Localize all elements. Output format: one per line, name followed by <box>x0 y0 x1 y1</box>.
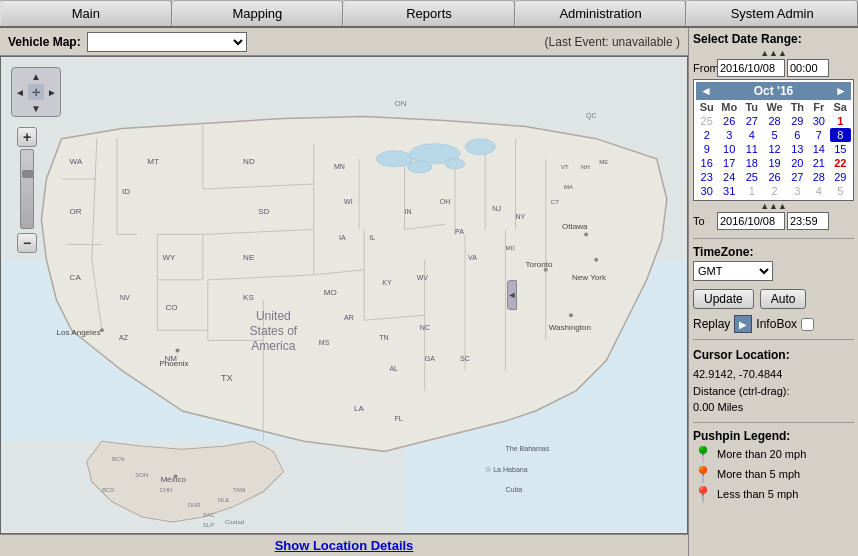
from-date-input[interactable] <box>717 59 785 77</box>
calendar-day[interactable]: 29 <box>830 170 851 184</box>
svg-text:LA: LA <box>354 404 364 413</box>
svg-text:New York: New York <box>572 273 607 282</box>
svg-text:SC: SC <box>460 355 470 362</box>
to-date-input[interactable] <box>717 212 785 230</box>
calendar-day[interactable]: 27 <box>741 114 762 128</box>
pan-n[interactable]: ▲ <box>28 68 44 84</box>
zoom-out-button[interactable]: − <box>17 233 37 253</box>
calendar-day[interactable]: 26 <box>762 170 786 184</box>
calendar-day[interactable]: 19 <box>762 156 786 170</box>
map-container[interactable]: WA OR CA ID MT ND SD WY NE MN WI IA IL I… <box>0 56 688 534</box>
calendar-day[interactable]: 29 <box>787 114 808 128</box>
pan-nw[interactable] <box>12 68 28 84</box>
calendar-day[interactable]: 6 <box>787 128 808 142</box>
calendar-day[interactable]: 30 <box>696 184 717 198</box>
calendar-day[interactable]: 5 <box>762 128 786 142</box>
svg-text:SD: SD <box>258 207 269 216</box>
calendar-day[interactable]: 12 <box>762 142 786 156</box>
calendar-day[interactable]: 21 <box>808 156 829 170</box>
calendar-day[interactable]: 3 <box>717 128 741 142</box>
tab-system-admin[interactable]: System Admin <box>686 0 858 26</box>
calendar-header: ◄ Oct '16 ► <box>696 82 851 100</box>
main-content: Vehicle Map: (Last Event: unavailable ) <box>0 28 858 556</box>
calendar-day[interactable]: 8 <box>830 128 851 142</box>
pan-s[interactable]: ▼ <box>28 100 44 116</box>
pan-ne[interactable] <box>44 68 60 84</box>
infobox-checkbox[interactable] <box>801 318 814 331</box>
calendar-day[interactable]: 22 <box>830 156 851 170</box>
replay-play-button[interactable]: ▶ <box>734 315 752 333</box>
tab-mapping[interactable]: Mapping <box>172 0 344 26</box>
tab-main[interactable]: Main <box>0 0 172 26</box>
calendar-day[interactable]: 16 <box>696 156 717 170</box>
calendar-day[interactable]: 15 <box>830 142 851 156</box>
calendar-day[interactable]: 24 <box>717 170 741 184</box>
calendar-day[interactable]: 18 <box>741 156 762 170</box>
zoom-slider[interactable] <box>20 149 34 229</box>
date-range-title: Select Date Range: <box>693 32 854 46</box>
auto-button[interactable]: Auto <box>760 289 807 309</box>
calendar-day[interactable]: 2 <box>696 128 717 142</box>
from-time-input[interactable] <box>787 59 829 77</box>
panel-collapse-handle[interactable]: ◄ <box>507 280 517 310</box>
divider-1 <box>693 238 854 239</box>
svg-text:NY: NY <box>516 213 526 220</box>
calendar-day[interactable]: 23 <box>696 170 717 184</box>
pan-e[interactable]: ► <box>44 84 60 100</box>
tab-administration[interactable]: Administration <box>515 0 687 26</box>
cursor-section: Cursor Location: 42.9142, -70.4844 Dista… <box>693 346 854 416</box>
calendar: ◄ Oct '16 ► Su Mo Tu We Th Fr Sa <box>693 79 854 201</box>
calendar-day[interactable]: 28 <box>762 114 786 128</box>
pan-control[interactable]: ▲ ◄ ✛ ► ▼ <box>11 67 61 117</box>
calendar-day[interactable]: 7 <box>808 128 829 142</box>
svg-text:VA: VA <box>468 254 477 261</box>
vehicle-map-select[interactable] <box>87 32 247 52</box>
svg-text:QC: QC <box>586 112 597 120</box>
pan-sw[interactable] <box>12 100 28 116</box>
to-time-input[interactable] <box>787 212 829 230</box>
svg-text:BCN: BCN <box>112 456 125 462</box>
calendar-day[interactable]: 5 <box>830 184 851 198</box>
pan-center[interactable]: ✛ <box>28 84 44 100</box>
calendar-day[interactable]: 30 <box>808 114 829 128</box>
pan-w[interactable]: ◄ <box>12 84 28 100</box>
timezone-select[interactable]: GMT EST CST MST PST <box>693 261 773 281</box>
calendar-day[interactable]: 1 <box>830 114 851 128</box>
cal-next-button[interactable]: ► <box>835 84 847 98</box>
calendar-day[interactable]: 31 <box>717 184 741 198</box>
svg-text:MN: MN <box>334 163 345 170</box>
calendar-day[interactable]: 13 <box>787 142 808 156</box>
calendar-day[interactable]: 4 <box>741 128 762 142</box>
calendar-day[interactable]: 9 <box>696 142 717 156</box>
calendar-day[interactable]: 26 <box>717 114 741 128</box>
svg-point-91 <box>584 232 588 236</box>
calendar-day[interactable]: 25 <box>696 114 717 128</box>
cal-prev-button[interactable]: ◄ <box>700 84 712 98</box>
svg-text:IA: IA <box>339 234 346 241</box>
show-location-link[interactable]: Show Location Details <box>275 538 414 553</box>
calendar-day[interactable]: 27 <box>787 170 808 184</box>
tab-reports[interactable]: Reports <box>343 0 515 26</box>
update-button[interactable]: Update <box>693 289 754 309</box>
nav-tabs: Main Mapping Reports Administration Syst… <box>0 0 858 28</box>
calendar-day[interactable]: 4 <box>808 184 829 198</box>
pan-se[interactable] <box>44 100 60 116</box>
calendar-day[interactable]: 2 <box>762 184 786 198</box>
calendar-day[interactable]: 28 <box>808 170 829 184</box>
svg-text:IL: IL <box>369 234 375 241</box>
calendar-day[interactable]: 20 <box>787 156 808 170</box>
calendar-day[interactable]: 14 <box>808 142 829 156</box>
svg-text:KS: KS <box>243 293 254 302</box>
calendar-day[interactable]: 1 <box>741 184 762 198</box>
calendar-day[interactable]: 10 <box>717 142 741 156</box>
zoom-in-button[interactable]: + <box>17 127 37 147</box>
map-area: Vehicle Map: (Last Event: unavailable ) <box>0 28 688 556</box>
cursor-distance: 0.00 Miles <box>693 399 854 416</box>
map-svg: WA OR CA ID MT ND SD WY NE MN WI IA IL I… <box>1 57 687 533</box>
calendar-day[interactable]: 17 <box>717 156 741 170</box>
calendar-day[interactable]: 3 <box>787 184 808 198</box>
calendar-day[interactable]: 25 <box>741 170 762 184</box>
svg-point-95 <box>594 258 598 262</box>
calendar-day[interactable]: 11 <box>741 142 762 156</box>
legend-title: Pushpin Legend: <box>693 429 854 443</box>
